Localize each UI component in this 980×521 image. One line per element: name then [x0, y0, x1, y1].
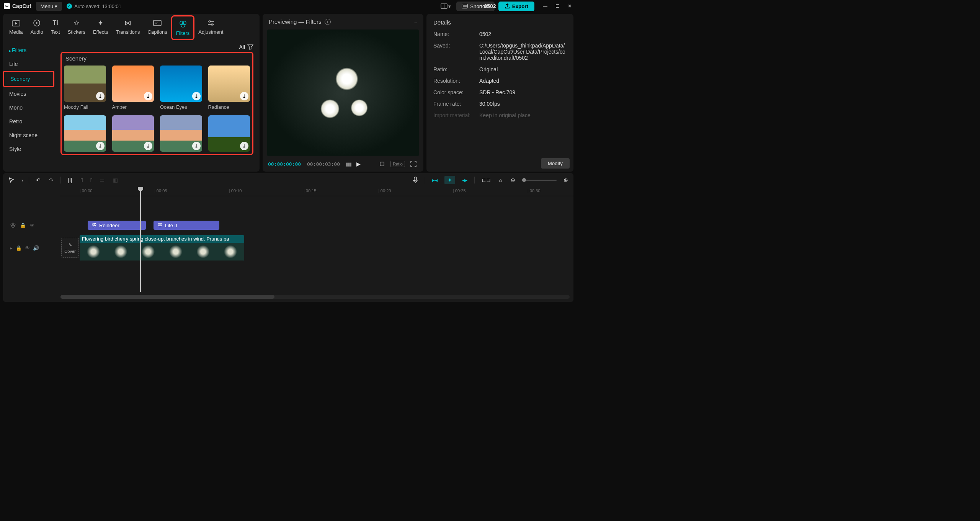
link-button[interactable]: ◂▸: [461, 175, 469, 185]
preview-controls: 00:00:00:00 00:00:03:00 ▮▮▮ ▶ Ratio: [263, 156, 423, 172]
layout-button[interactable]: ▾: [439, 2, 452, 11]
effects-icon: ✦: [96, 18, 105, 28]
menu-button[interactable]: Menu ▾: [36, 2, 62, 11]
redo-button[interactable]: ↷: [47, 175, 55, 185]
tab-effects[interactable]: ✦ Effects: [89, 15, 112, 40]
minimize-button[interactable]: —: [542, 3, 548, 9]
download-icon[interactable]: ⤓: [240, 92, 248, 100]
download-icon[interactable]: ⤓: [96, 142, 105, 150]
filter-item-amber[interactable]: ⤓ Amber: [112, 66, 154, 110]
preview-panel: Previewing — Filters i ≡ 00:00:00:00 00:…: [263, 14, 423, 172]
filter-all-button[interactable]: All: [239, 44, 253, 50]
export-button[interactable]: Export: [498, 2, 534, 11]
preview-menu-icon[interactable]: ≡: [414, 19, 417, 25]
lock-icon[interactable]: 🔒: [16, 245, 22, 251]
modify-button[interactable]: Modify: [541, 158, 570, 169]
split-button[interactable]: ]I[: [66, 175, 74, 185]
zoom-in-button[interactable]: ⊕: [562, 175, 570, 185]
filter-cat-retro[interactable]: Retro: [3, 115, 54, 128]
filter-cat-night-scene[interactable]: Night scene: [3, 128, 54, 142]
download-icon[interactable]: ⤓: [144, 92, 152, 100]
filter-item-ocean-eyes[interactable]: ⤓ Ocean Eyes: [160, 66, 202, 110]
crop-icon[interactable]: [377, 160, 387, 168]
timeline-ruler[interactable]: 00:00 00:05 00:10 00:15 00:20 00:25 00:3…: [60, 187, 573, 196]
project-title: 0502: [484, 3, 496, 9]
filter-cat-scenery[interactable]: Scenery: [3, 71, 54, 87]
preview-viewport[interactable]: [267, 29, 419, 156]
trim-left-button[interactable]: "I: [79, 175, 83, 185]
close-button[interactable]: ✕: [567, 3, 573, 9]
undo-button[interactable]: ↶: [34, 175, 42, 185]
play-button[interactable]: ▶: [356, 161, 361, 167]
cover-button[interactable]: ✎ Cover: [61, 238, 79, 258]
timeline-scrollbar[interactable]: [60, 295, 570, 299]
tab-media[interactable]: Media: [5, 15, 26, 40]
eye-icon[interactable]: 👁: [30, 223, 35, 228]
fullscreen-icon[interactable]: [409, 160, 418, 168]
library-panel: Media Audio TI Text ☆ Stickers ✦ Effects…: [3, 14, 260, 172]
zoom-slider[interactable]: [522, 180, 557, 181]
video-track-icon[interactable]: ▸: [10, 245, 13, 251]
trim-right-button[interactable]: I": [89, 175, 93, 185]
filter-cat-filters[interactable]: ▸Filters: [3, 43, 54, 57]
magnet-button[interactable]: ▸◂: [431, 175, 439, 185]
tab-filters[interactable]: Filters: [171, 15, 194, 40]
filter-cat-movies[interactable]: Movies: [3, 87, 54, 101]
window-controls: — ☐ ✕: [542, 3, 573, 9]
tab-stickers[interactable]: ☆ Stickers: [64, 15, 89, 40]
ratio-button[interactable]: Ratio: [390, 161, 405, 167]
detail-row-ratio: Ratio: Original: [433, 66, 567, 72]
compare-icon[interactable]: ▮▮▮: [344, 161, 353, 168]
download-icon[interactable]: ⤓: [192, 92, 201, 100]
filter-item[interactable]: ⤓: [112, 115, 154, 152]
filter-category-sidebar: ▸Filters Life Scenery Movies Mono Retro …: [3, 40, 54, 172]
filter-cat-mono[interactable]: Mono: [3, 101, 54, 115]
marker-button[interactable]: ⌂: [498, 175, 504, 185]
info-icon[interactable]: i: [325, 19, 331, 25]
filter-cat-style[interactable]: Style: [3, 142, 54, 156]
mute-icon[interactable]: 🔊: [33, 245, 39, 251]
zoom-out-button[interactable]: ⊖: [509, 175, 517, 185]
media-icon: [11, 18, 21, 28]
svg-point-15: [209, 21, 211, 22]
timeline-body[interactable]: 00:00 00:05 00:10 00:15 00:20 00:25 00:3…: [3, 187, 573, 302]
download-icon[interactable]: ⤓: [96, 92, 105, 100]
filter-cat-life[interactable]: Life: [3, 57, 54, 71]
tab-audio[interactable]: Audio: [26, 15, 47, 40]
filters-icon: [91, 223, 97, 228]
tool-button[interactable]: ◧: [111, 175, 119, 185]
lock-icon[interactable]: 🔒: [20, 223, 26, 228]
eye-icon[interactable]: 👁: [25, 245, 30, 251]
filter-item-moody-fall[interactable]: ⤓ Moody Fall: [64, 66, 106, 110]
tab-adjustment[interactable]: Adjustment: [194, 15, 227, 40]
current-time: 00:00:00:00: [268, 161, 301, 167]
filter-thumbnails: ⤓ Moody Fall ⤓ Amber ⤓ Ocean Eyes ⤓: [64, 66, 250, 152]
download-icon[interactable]: ⤓: [192, 142, 201, 150]
align-button[interactable]: ⊏⊐: [480, 175, 492, 185]
svg-point-12: [182, 21, 186, 25]
maximize-button[interactable]: ☐: [554, 3, 560, 9]
filter-clip-life-ii[interactable]: Life II: [154, 221, 219, 230]
chevron-down-icon[interactable]: ▾: [21, 178, 23, 182]
filter-track-icon[interactable]: [10, 223, 16, 228]
filter-item[interactable]: ⤓: [64, 115, 106, 152]
mic-button[interactable]: [411, 175, 420, 185]
tab-transitions[interactable]: ⋈ Transitions: [112, 15, 144, 40]
detail-row-import-material: Import material: Keep in original place: [433, 112, 567, 118]
svg-rect-19: [414, 177, 416, 181]
download-icon[interactable]: ⤓: [144, 142, 152, 150]
tab-captions[interactable]: cc Captions: [144, 15, 171, 40]
snap-button[interactable]: ✦: [444, 176, 455, 184]
tab-text[interactable]: TI Text: [47, 15, 64, 40]
filter-clip-reindeer[interactable]: Reindeer: [88, 221, 146, 230]
filter-item-radiance[interactable]: ⤓ Radiance: [208, 66, 250, 110]
filter-item[interactable]: ⤓: [208, 115, 250, 152]
delete-button[interactable]: ▭: [98, 175, 106, 185]
funnel-icon: [247, 44, 253, 50]
chevron-down-icon: ▾: [55, 3, 57, 9]
playhead[interactable]: [140, 187, 141, 292]
download-icon[interactable]: ⤓: [240, 142, 248, 150]
filter-item[interactable]: ⤓: [160, 115, 202, 152]
pointer-tool[interactable]: [7, 175, 16, 185]
video-clip[interactable]: Flowering bird cherry spring close-up, b…: [80, 235, 244, 260]
